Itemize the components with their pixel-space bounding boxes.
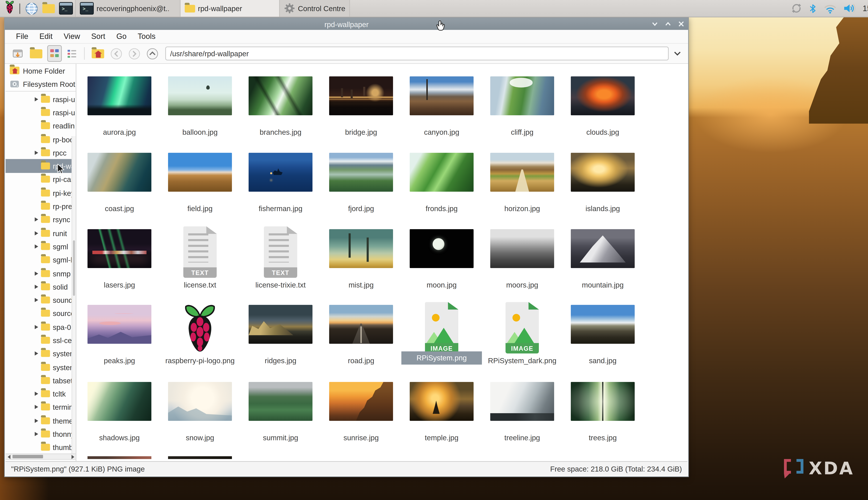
tree-item-ssl-cer[interactable]: ssl-cer [5, 333, 76, 347]
up-button[interactable] [145, 46, 160, 61]
tree-item-rp-boo[interactable]: rp-boo [5, 133, 76, 146]
task-button-terminal[interactable]: recoveringphoenix@t... [75, 0, 180, 17]
file-item-license-trixie.txt[interactable]: TEXTlicense-trixie.txt [240, 229, 321, 306]
tree-item-spa-0.[interactable]: spa-0. [5, 320, 76, 333]
close-button[interactable] [678, 21, 685, 27]
tree-item-rpcc[interactable]: rpcc [5, 146, 76, 159]
file-item-moors.jpg[interactable]: moors.jpg [482, 229, 562, 306]
file-item-mist.jpg[interactable]: mist.jpg [321, 229, 401, 306]
tree-item-solid[interactable]: solid [5, 280, 76, 293]
expander-arrow-icon[interactable] [35, 352, 38, 356]
sidebar-item-home-folder[interactable]: Home Folder [5, 64, 76, 77]
expander-arrow-icon[interactable] [35, 392, 38, 396]
file-item-sand.jpg[interactable]: sand.jpg [562, 305, 643, 381]
expander-arrow-icon[interactable] [35, 245, 38, 249]
file-manager-folder-icon[interactable] [40, 1, 57, 16]
file-item-clouds.jpg[interactable]: clouds.jpg [562, 76, 643, 153]
file-item-treeline.jpg[interactable]: treeline.jpg [482, 382, 562, 458]
file-item-RPiSystem_dark.png[interactable]: IMAGERPiSystem_dark.png [482, 305, 562, 381]
tree-item-terminf[interactable]: terminf [5, 400, 76, 414]
scrollbar-thumb[interactable] [12, 455, 43, 458]
file-item-fronds.jpg[interactable]: fronds.jpg [401, 153, 482, 229]
tree-item-system[interactable]: system [5, 347, 76, 361]
tree-item-tcltk[interactable]: tcltk [5, 387, 76, 400]
file-item-balloon.jpg[interactable]: balloon.jpg [160, 76, 240, 153]
path-input[interactable]: /usr/share/rpd-wallpaper [165, 46, 669, 60]
tree-item-rpd-wa[interactable]: rpd-wa [5, 159, 76, 173]
expander-arrow-icon[interactable] [35, 298, 38, 302]
tree-item-sgml-b[interactable]: sgml-b [5, 253, 76, 266]
file-item-snow.jpg[interactable]: snow.jpg [160, 382, 240, 458]
maximize-button[interactable] [664, 21, 672, 27]
expander-arrow-icon[interactable] [35, 325, 38, 329]
tree-item-readlin[interactable]: readlin [5, 119, 76, 133]
tree-item-sounds[interactable]: sounds [5, 293, 76, 307]
expander-arrow-icon[interactable] [35, 231, 38, 235]
expander-arrow-icon[interactable] [35, 97, 38, 101]
expander-arrow-icon[interactable] [35, 405, 38, 409]
file-item-islands.jpg[interactable]: islands.jpg [562, 153, 643, 229]
file-item-raspberry-pi-logo.png[interactable]: raspberry-pi-logo.png [160, 305, 240, 381]
sidebar-horizontal-scrollbar[interactable] [5, 454, 76, 460]
file-item-field.jpg[interactable]: field.jpg [160, 153, 240, 229]
bluetooth-icon[interactable] [809, 2, 818, 14]
file-item-horizon.jpg[interactable]: horizon.jpg [482, 153, 562, 229]
new-folder-button[interactable] [28, 46, 44, 61]
sidebar-item-filesystem-root[interactable]: Filesystem Root [5, 77, 76, 90]
expander-arrow-icon[interactable] [35, 271, 38, 275]
tree-item-sgml[interactable]: sgml [5, 240, 76, 253]
forward-button[interactable] [127, 46, 142, 61]
sidebar-vertical-scrollbar[interactable] [71, 136, 76, 454]
list-view-button[interactable] [65, 46, 79, 61]
terminal-launcher-icon[interactable] [57, 1, 75, 16]
file-item-mountain.jpg[interactable]: mountain.jpg [562, 229, 643, 306]
file-item-branches.jpg[interactable]: branches.jpg [240, 76, 321, 153]
task-button-control-centre[interactable]: Control Centre [279, 0, 350, 17]
expander-arrow-icon[interactable] [35, 150, 38, 155]
tree-item-raspi-u[interactable]: raspi-u [5, 106, 76, 119]
taskbar-clock[interactable]: 15:23 [863, 4, 868, 12]
file-item-aurora.jpg[interactable]: aurora.jpg [79, 76, 160, 153]
file-item-canyon.jpg[interactable]: canyon.jpg [401, 76, 482, 153]
file-item-temple.jpg[interactable]: temple.jpg [401, 382, 482, 458]
file-item-summit.jpg[interactable]: summit.jpg [240, 382, 321, 458]
tree-item-runit[interactable]: runit [5, 226, 76, 240]
expander-arrow-icon[interactable] [35, 285, 38, 289]
menu-tools[interactable]: Tools [132, 30, 161, 43]
tree-item-raspi-u[interactable]: raspi-u [5, 92, 76, 106]
file-item-trees.jpg[interactable]: trees.jpg [562, 382, 643, 458]
back-button[interactable] [109, 46, 124, 61]
expander-arrow-icon[interactable] [35, 419, 38, 423]
tree-item-tabset[interactable]: tabset [5, 374, 76, 387]
tree-item-thonny[interactable]: thonny [5, 428, 76, 441]
file-item-fisherman.jpg[interactable]: fisherman.jpg [240, 153, 321, 229]
expander-arrow-icon[interactable] [35, 217, 38, 222]
menu-file[interactable]: File [10, 30, 34, 43]
file-item-fjord.jpg[interactable]: fjord.jpg [321, 153, 401, 229]
tree-item-system[interactable]: system [5, 361, 76, 374]
tree-item-rpi-cam[interactable]: rpi-cam [5, 173, 76, 186]
scroll-right-arrow[interactable] [71, 455, 74, 459]
home-button[interactable] [90, 46, 105, 61]
tree-item-rp-pref[interactable]: rp-pref [5, 200, 76, 213]
file-item-ridges.jpg[interactable]: ridges.jpg [240, 305, 321, 381]
path-dropdown-chevron[interactable] [672, 46, 683, 61]
file-item-moon.jpg[interactable]: moon.jpg [401, 229, 482, 306]
expander-arrow-icon[interactable] [35, 432, 38, 436]
menu-go[interactable]: Go [111, 30, 132, 43]
tree-item-source[interactable]: source [5, 307, 76, 320]
tree-item-snmp[interactable]: snmp [5, 266, 76, 280]
file-item-cliff.jpg[interactable]: cliff.jpg [482, 76, 562, 153]
file-item-coast.jpg[interactable]: coast.jpg [79, 153, 160, 229]
minimize-button[interactable] [651, 21, 658, 27]
task-button-file-manager[interactable]: rpd-wallpaper [180, 0, 279, 17]
raspberry-menu-icon[interactable] [3, 1, 17, 16]
file-item-peaks.jpg[interactable]: peaks.jpg [79, 305, 160, 381]
file-item-sunrise.jpg[interactable]: sunrise.jpg [321, 382, 401, 458]
menu-view[interactable]: View [58, 30, 86, 43]
scroll-left-arrow[interactable] [8, 455, 10, 459]
volume-icon[interactable] [843, 3, 856, 14]
file-item-shadows.jpg[interactable]: shadows.jpg [79, 382, 160, 458]
new-tab-button[interactable] [10, 46, 25, 61]
file-item-bridge.jpg[interactable]: bridge.jpg [321, 76, 401, 153]
